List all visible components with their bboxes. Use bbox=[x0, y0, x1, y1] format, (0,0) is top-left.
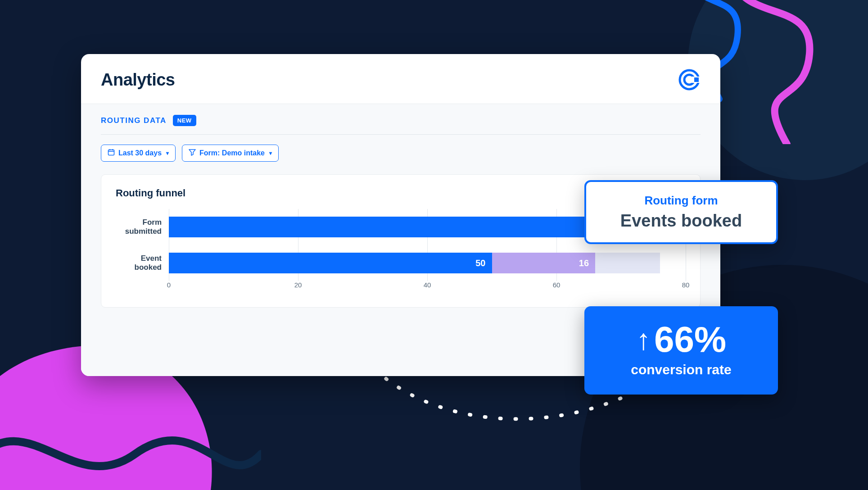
svg-rect-3 bbox=[694, 77, 699, 82]
kpi-metric: ↑66% bbox=[636, 322, 726, 358]
chart-bar-segment bbox=[595, 253, 660, 273]
section-header: ROUTING DATA NEW bbox=[101, 115, 701, 135]
overlay-routing-form-card: Routing form Events booked bbox=[584, 180, 778, 244]
arrow-up-icon: ↑ bbox=[636, 325, 651, 354]
chart-bar-segment: 50 bbox=[169, 253, 492, 273]
chart-y-labels: FormsubmittedEventbooked bbox=[116, 209, 169, 281]
kpi-label: conversion rate bbox=[597, 362, 765, 377]
chevron-down-icon: ▾ bbox=[269, 150, 272, 156]
chart-x-tick: 20 bbox=[294, 281, 302, 289]
stage: Analytics ROUTING DATA NEW bbox=[0, 0, 868, 490]
chart-bar-segment: 16 bbox=[492, 253, 596, 273]
card-header: Analytics bbox=[81, 54, 720, 104]
filter-icon bbox=[189, 149, 196, 158]
badge-new: NEW bbox=[173, 115, 196, 126]
filter-date-label: Last 30 days bbox=[118, 149, 162, 157]
squiggle-pink bbox=[724, 0, 868, 144]
chart-y-label: Eventbooked bbox=[116, 250, 162, 276]
brand-logo-icon bbox=[678, 68, 701, 91]
kpi-conversion-card: ↑66% conversion rate bbox=[584, 306, 778, 395]
calendar-icon bbox=[108, 149, 115, 158]
chart-x-tick: 0 bbox=[167, 281, 171, 289]
overlay-title: Events booked bbox=[599, 211, 764, 231]
kpi-value: 66% bbox=[654, 322, 726, 358]
chart-x-tick: 40 bbox=[424, 281, 431, 289]
page-title: Analytics bbox=[101, 70, 175, 90]
chart-bar-row: 5016 bbox=[169, 253, 686, 273]
chevron-down-icon: ▾ bbox=[166, 150, 169, 156]
chart-y-label: Formsubmitted bbox=[116, 214, 162, 240]
svg-rect-4 bbox=[108, 150, 114, 155]
chart-x-tick: 60 bbox=[553, 281, 561, 289]
overlay-eyebrow: Routing form bbox=[599, 194, 764, 208]
filter-dataset-button[interactable]: Form: Demo intake ▾ bbox=[182, 145, 279, 162]
filter-dataset-label: Form: Demo intake bbox=[199, 149, 265, 157]
filter-date-button[interactable]: Last 30 days ▾ bbox=[101, 145, 176, 162]
chart-x-tick: 80 bbox=[682, 281, 690, 289]
filters-row: Last 30 days ▾ Form: Demo intake ▾ bbox=[101, 135, 701, 174]
tab-routing-data[interactable]: ROUTING DATA bbox=[101, 116, 167, 125]
chart-x-axis: 020406080 bbox=[169, 281, 686, 291]
